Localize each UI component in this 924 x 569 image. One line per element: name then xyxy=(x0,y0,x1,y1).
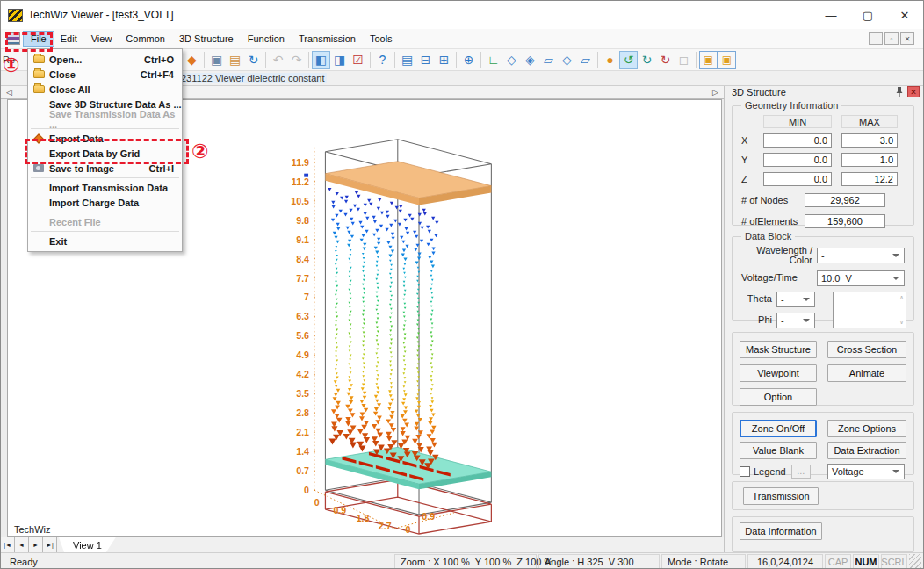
mask-structure-button[interactable]: Mask Structure xyxy=(740,341,817,358)
menu-common[interactable]: Common xyxy=(119,32,172,46)
pin-icon[interactable] xyxy=(895,86,904,97)
mdi-minimize-button[interactable]: — xyxy=(869,32,883,45)
zoom-region-icon[interactable]: ◻ xyxy=(675,51,693,69)
cross-section-button[interactable]: Cross Section xyxy=(827,341,906,358)
resize-grip[interactable] xyxy=(909,554,921,569)
theta-combobox[interactable]: - xyxy=(776,292,815,307)
zone-onoff-button[interactable]: Zone On/Off xyxy=(740,420,817,437)
scroll-up-icon[interactable]: ∧ xyxy=(899,294,904,301)
panel-header: 3D Structure ✕ xyxy=(725,86,923,98)
wavelength-row: Wavelength / Color - xyxy=(740,246,906,265)
mdi-restore-button[interactable]: ▫ xyxy=(884,32,899,45)
view-cube-iso-icon[interactable]: ◈ xyxy=(521,51,539,69)
viewpoint-button[interactable]: Viewpoint xyxy=(740,364,817,382)
menu-tools[interactable]: Tools xyxy=(363,32,400,46)
tab-scroll-right-icon[interactable]: ▷ xyxy=(712,88,718,97)
folder-icon xyxy=(28,55,49,63)
prev-view-button[interactable]: ◄ xyxy=(15,537,29,552)
menu-transmission[interactable]: Transmission xyxy=(292,32,363,46)
rotate-h-icon[interactable]: ↻ xyxy=(638,51,656,69)
animate-button[interactable]: Animate xyxy=(827,364,906,382)
cascade-windows-icon[interactable]: ▤ xyxy=(398,51,416,69)
menu-edit[interactable]: Edit xyxy=(54,32,84,46)
help-balloon-icon[interactable]: ? xyxy=(373,51,392,69)
toolbar-partial-button[interactable]: Re xyxy=(3,54,25,65)
close-button[interactable]: ✕ xyxy=(886,2,923,28)
legend-more-button[interactable]: ... xyxy=(791,465,811,479)
menu-shortcut: Ctrl+F4 xyxy=(141,69,182,80)
axes-icon[interactable]: ∟ xyxy=(484,51,502,69)
rotate-icon[interactable]: ↺ xyxy=(619,51,638,69)
option-button[interactable]: Option xyxy=(740,388,817,406)
refresh-icon[interactable]: ↻ xyxy=(244,51,263,69)
scroll-down-icon[interactable]: ∨ xyxy=(899,319,904,326)
next-view-button[interactable]: ► xyxy=(29,537,43,552)
voltage-combobox[interactable]: 10.0 V xyxy=(817,270,905,286)
view-cube-front-icon[interactable]: ◇ xyxy=(502,51,521,69)
menu-item-save-to-image[interactable]: Save to ImageCtrl+I xyxy=(28,161,182,176)
mdi-close-button[interactable]: ✕ xyxy=(900,32,914,45)
menu-view[interactable]: View xyxy=(84,32,119,46)
view-cube-back-icon[interactable]: ▱ xyxy=(576,51,595,69)
data-extraction-button[interactable]: Data Extraction xyxy=(827,442,906,459)
export-data-icon[interactable]: ◆ xyxy=(183,51,201,69)
status-coordinates: 16,0,24,0124 xyxy=(747,554,823,569)
transmission-button[interactable]: Transmission xyxy=(743,487,819,505)
layout-left-icon[interactable]: ◧ xyxy=(312,51,330,69)
lock-indicator-num: NUM xyxy=(853,554,879,569)
minimize-button[interactable]: — xyxy=(812,2,849,28)
value-blank-button[interactable]: Value Blank xyxy=(740,442,817,459)
fit-window-icon[interactable]: ▣ xyxy=(718,51,736,69)
report-check-icon[interactable]: ☑ xyxy=(349,51,367,69)
zone-groupbox: Zone On/Off Zone Options Value Blank Dat… xyxy=(732,412,914,475)
menu-function[interactable]: Function xyxy=(241,32,292,46)
wavelength-value: - xyxy=(821,250,892,261)
menu-item-recent-file: Recent File xyxy=(28,214,182,229)
status-angle: Angle : H 325 V 300 xyxy=(538,554,660,569)
menu-item-close-all[interactable]: Close All xyxy=(28,82,182,97)
tile-vertical-icon[interactable]: ⊞ xyxy=(435,51,453,69)
menu-item-exit[interactable]: Exit xyxy=(28,234,182,248)
redo-icon[interactable]: ↷ xyxy=(287,51,306,69)
undo-icon[interactable]: ↶ xyxy=(269,51,287,69)
menu-3d-structure[interactable]: 3D Structure xyxy=(172,32,241,46)
menu-item-close[interactable]: CloseCtrl+F4 xyxy=(28,67,182,82)
folder-icon xyxy=(28,85,49,93)
theta-phi-block: Theta - Phi - ∧ ∨ xyxy=(740,292,906,328)
view-tab[interactable]: View 1 xyxy=(59,537,116,552)
structure-panel: 3D Structure ✕ Geometry Information MIN … xyxy=(725,86,923,552)
last-view-button[interactable]: ►| xyxy=(43,537,57,552)
globe-icon[interactable]: ⊕ xyxy=(459,51,478,69)
menu-item-export-data[interactable]: Export Data xyxy=(28,131,182,146)
mdi-window-controls: —▫✕ xyxy=(867,32,914,45)
zone-options-button[interactable]: Zone Options xyxy=(827,420,906,437)
menu-file[interactable]: File xyxy=(24,32,54,46)
fit-all-icon[interactable]: ▣ xyxy=(699,51,718,69)
menu-item-open[interactable]: Open...Ctrl+O xyxy=(28,52,182,67)
view-cube-side-icon[interactable]: ◇ xyxy=(558,51,576,69)
layout-bottom-icon[interactable]: ◨ xyxy=(330,51,349,69)
angle-listbox[interactable]: ∧ ∨ xyxy=(833,292,906,328)
display-mode-combobox[interactable]: Voltage xyxy=(827,464,905,479)
view-cube-top-icon[interactable]: ▱ xyxy=(539,51,558,69)
panel-close-icon[interactable]: ✕ xyxy=(907,86,920,97)
first-view-button[interactable]: |◄ xyxy=(1,537,15,552)
menu-item-export-data-by-grid[interactable]: Export Data by Grid xyxy=(28,146,182,161)
copy-image-icon[interactable]: ▣ xyxy=(207,51,226,69)
legend-checkbox[interactable] xyxy=(740,466,750,477)
phi-combobox[interactable]: - xyxy=(776,313,815,328)
wavelength-combobox[interactable]: - xyxy=(817,248,905,263)
pan-icon[interactable]: ● xyxy=(601,51,619,69)
rotate-v-icon[interactable]: ↻ xyxy=(656,51,675,69)
paste-icon[interactable]: ▤ xyxy=(226,51,244,69)
tab-scroll-left-icon[interactable]: ◁ xyxy=(6,88,12,97)
data-information-button[interactable]: Data Information xyxy=(740,522,822,540)
maximize-button[interactable]: ▢ xyxy=(849,2,886,28)
z-axis-tick-label: 3.5 xyxy=(296,388,309,399)
data-information-groupbox: Data Information xyxy=(732,516,914,552)
phi-label: Phi xyxy=(740,315,776,325)
menu-item-import-transmission-data[interactable]: Import Transmission Data xyxy=(28,180,182,195)
menu-item-import-charge-data[interactable]: Import Charge Data xyxy=(28,195,182,210)
tile-horizontal-icon[interactable]: ⊟ xyxy=(416,51,435,69)
status-locks: CAPNUMSCRL xyxy=(823,553,907,569)
